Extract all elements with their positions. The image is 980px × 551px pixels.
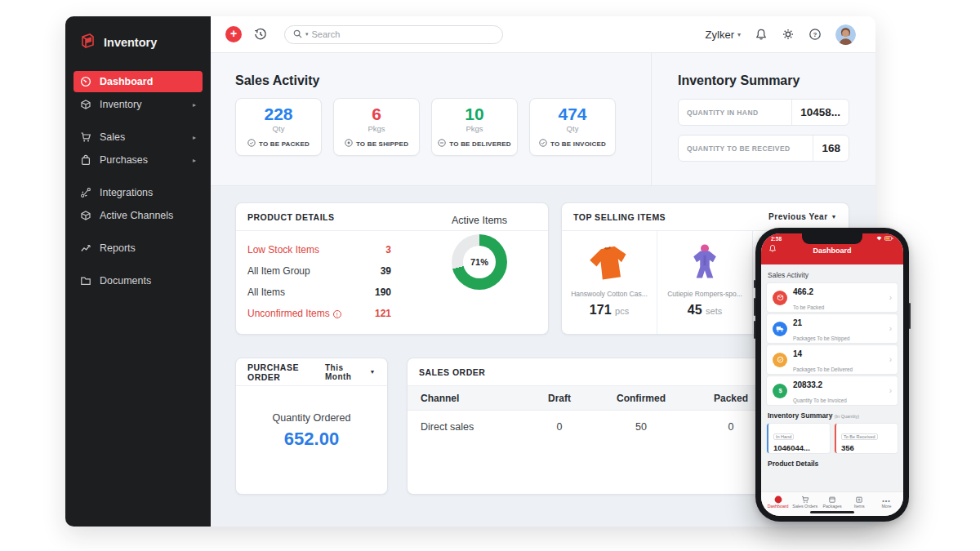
- row-label: Unconfirmed Items: [247, 308, 330, 319]
- all-item-group-row[interactable]: All Item Group 39: [247, 260, 391, 282]
- purchase-order-filter-dropdown[interactable]: This Month ▼: [325, 363, 376, 381]
- row-value: 190: [375, 287, 391, 298]
- cart-icon: [80, 131, 91, 143]
- donut-percent: 71%: [452, 234, 507, 290]
- topbar: + ▾ Zylker ▾ ?: [211, 16, 875, 53]
- search-input[interactable]: [312, 29, 459, 39]
- phone-activity-icon-2: [773, 353, 787, 367]
- cell-channel: Direct sales: [421, 421, 527, 433]
- phone-activity-label: Quantity To be Invoiced: [793, 398, 847, 403]
- help-icon[interactable]: ?: [808, 28, 822, 41]
- phone-power-button: [909, 303, 911, 329]
- app-logo: Inventory: [65, 16, 211, 71]
- phone-to-be-received-card: To Be Received 356: [835, 424, 898, 453]
- notifications-bell-icon[interactable]: [755, 28, 768, 41]
- phone-activity-icon-3: $: [773, 384, 787, 398]
- chevron-right-icon: ›: [889, 386, 892, 395]
- phone-tab-label: More: [873, 504, 900, 509]
- filter-label: This Month: [325, 363, 367, 381]
- phone-summary-label: To Be Received: [841, 433, 878, 440]
- top-selling-item[interactable]: Hanswooly Cotton Cas... 171 pcs: [562, 231, 657, 334]
- to-be-shipped-card[interactable]: 6 Pkgs TO BE SHIPPED: [333, 98, 420, 156]
- row-value: 3: [385, 244, 391, 256]
- column-header: Draft: [527, 393, 592, 404]
- card-label: TO BE PACKED: [259, 140, 310, 148]
- chevron-right-icon: ▸: [193, 134, 196, 141]
- svg-text:$: $: [778, 387, 782, 394]
- recent-history-icon[interactable]: [253, 27, 268, 42]
- sidebar-item-inventory[interactable]: Inventory ▸: [74, 94, 203, 115]
- chevron-right-icon: ›: [889, 293, 892, 302]
- to-be-invoiced-card[interactable]: 474 Qty TO BE INVOICED: [529, 98, 616, 156]
- card-unit: Qty: [530, 124, 615, 133]
- section-divider: [651, 53, 652, 185]
- stat-label: QUANTITY IN HAND: [687, 109, 758, 117]
- search-scope-caret[interactable]: ▾: [305, 31, 309, 38]
- phone-activity-row: 21Packages To be Shipped ›: [767, 314, 898, 343]
- sales-activity-card-value-0: 228: [236, 104, 321, 124]
- org-selector[interactable]: Zylker ▾: [706, 29, 741, 41]
- top-selling-filter-dropdown[interactable]: Previous Year ▼: [768, 212, 837, 221]
- quantity-to-be-received-box[interactable]: QUANTITY TO BE RECEIVED 168: [678, 135, 849, 162]
- sidebar-item-dashboard[interactable]: Dashboard: [74, 71, 203, 92]
- phone-activity-icon-1: [773, 322, 787, 336]
- phone-summary-value: 1046044...: [773, 443, 825, 452]
- chevron-down-icon: ▼: [831, 214, 837, 220]
- unconfirmed-items-row[interactable]: Unconfirmed Items! 121: [247, 303, 391, 324]
- inventory-summary-title: Inventory Summary: [678, 73, 800, 88]
- low-stock-items-row[interactable]: Low Stock Items 3: [247, 239, 391, 260]
- topbar-right: Zylker ▾ ?: [706, 24, 856, 45]
- phone-activity-label: Packages To be Shipped: [793, 335, 850, 341]
- row-value: 121: [375, 308, 391, 319]
- sidebar-item-purchases[interactable]: Purchases ▸: [74, 149, 203, 171]
- dot-circle-icon: [345, 139, 353, 149]
- sidebar-item-label: Dashboard: [100, 76, 153, 87]
- card-title: PRODUCT DETAILS: [247, 212, 334, 222]
- battery-icon: [884, 236, 893, 242]
- quick-create-button[interactable]: +: [225, 26, 242, 42]
- gauge-icon: [764, 495, 791, 504]
- top-selling-item[interactable]: Cutiepie Rompers-spo... 45 sets: [657, 231, 753, 334]
- product-name: Hanswooly Cotton Cas...: [562, 290, 657, 298]
- cart-icon: [791, 495, 818, 504]
- reports-icon: [80, 242, 91, 254]
- cell-confirmed: 50: [592, 421, 690, 433]
- sidebar-item-active-channels[interactable]: Active Channels: [74, 205, 203, 226]
- phone-nav-title: Dashboard: [813, 247, 851, 255]
- phone-volume-down-button: [754, 321, 755, 339]
- column-header: Confirmed: [592, 393, 690, 404]
- all-items-row[interactable]: All Items 190: [247, 282, 391, 303]
- info-icon: !: [333, 310, 341, 318]
- user-avatar[interactable]: [835, 24, 856, 45]
- chevron-right-icon: ▸: [193, 101, 196, 109]
- chevron-down-icon: ▼: [370, 369, 376, 375]
- product-unit: sets: [706, 306, 722, 316]
- settings-gear-icon[interactable]: [782, 28, 795, 41]
- sidebar-item-sales[interactable]: Sales ▸: [74, 127, 203, 148]
- card-label: TO BE SHIPPED: [356, 140, 408, 148]
- sidebar-item-label: Inventory: [100, 99, 141, 110]
- to-be-delivered-card[interactable]: 10 Pkgs TO BE DELIVERED: [431, 98, 518, 156]
- quantity-in-hand-box[interactable]: QUANTITY IN HAND 10458...: [678, 99, 849, 126]
- app-window: Inventory Dashboard Inventory ▸ Sales ▸ …: [65, 16, 875, 527]
- sidebar-item-documents[interactable]: Documents: [74, 270, 203, 291]
- card-unit: Pkgs: [432, 124, 517, 133]
- cell-draft: 0: [527, 421, 592, 433]
- check-circle-icon: [539, 139, 547, 149]
- more-dots-icon: •••: [873, 495, 900, 504]
- integrations-icon: [80, 187, 91, 198]
- to-be-packed-card[interactable]: 228 Qty TO BE PACKED: [235, 98, 322, 156]
- phone-volume-up-button: [754, 298, 755, 316]
- sidebar-item-label: Active Channels: [100, 210, 173, 221]
- stat-value: 10458...: [791, 100, 840, 125]
- sidebar-item-integrations[interactable]: Integrations: [74, 182, 203, 203]
- phone-summary-value: 356: [841, 443, 893, 452]
- sidebar-item-reports[interactable]: Reports: [74, 238, 203, 259]
- active-items-widget: Active Items 71%: [421, 215, 538, 290]
- chevron-right-icon: ›: [889, 324, 892, 333]
- search-box[interactable]: ▾: [284, 25, 503, 44]
- row-value: 39: [381, 265, 391, 277]
- product-image-romper: [657, 239, 752, 287]
- card-unit: Pkgs: [334, 124, 419, 133]
- phone-activity-value: 21: [793, 318, 802, 327]
